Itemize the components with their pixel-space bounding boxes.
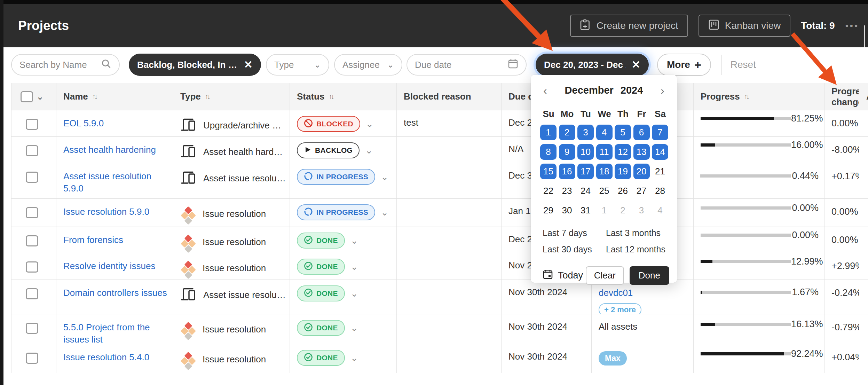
sort-icon[interactable]: ↑↓ [744, 93, 748, 101]
project-name-link[interactable]: EOL 5.9.0 [63, 118, 104, 128]
calendar-day[interactable]: 24 [577, 183, 594, 199]
row-checkbox[interactable] [26, 172, 38, 183]
done-button[interactable]: Done [630, 266, 669, 285]
row-checkbox[interactable] [26, 235, 38, 246]
today-button[interactable]: Today [543, 269, 583, 282]
project-name-link[interactable]: Resolve identity issues [63, 261, 155, 271]
project-name-link[interactable]: 5.5.0 Project from the issues list [63, 322, 150, 344]
assignee-filter-select[interactable]: Assignee ⌄ [334, 54, 402, 76]
calendar-day[interactable]: 25 [596, 183, 613, 199]
table-header-type[interactable]: Type↑↓ [173, 83, 290, 110]
status-dropdown-icon[interactable]: ⌄ [365, 142, 373, 156]
status-filter-clear-icon[interactable]: ✕ [244, 60, 253, 70]
project-name-link[interactable]: Asset health hardening [63, 144, 156, 155]
row-checkbox[interactable] [26, 288, 38, 299]
project-name-link[interactable]: Domain controllers issues [63, 288, 167, 298]
project-name-link[interactable]: From forensics [63, 235, 123, 245]
project-name-link[interactable]: Issue resolution 5.4.0 [63, 352, 149, 362]
table-header-status[interactable]: Status↑↓ [290, 83, 397, 110]
status-badge[interactable]: BACKLOG [297, 142, 360, 158]
status-badge[interactable]: DONE [297, 285, 345, 301]
status-dropdown-icon[interactable]: ⌄ [350, 233, 358, 246]
calendar-day[interactable]: 11 [596, 144, 613, 160]
calendar-day[interactable]: 23 [559, 183, 575, 199]
calendar-day[interactable]: 3 [577, 125, 594, 140]
quick-range-last-7-days[interactable]: Last 7 days [543, 228, 606, 238]
calendar-day[interactable]: 18 [596, 164, 613, 179]
calendar-day[interactable]: 1 [596, 203, 613, 218]
status-badge[interactable]: IN PROGRESS [297, 204, 375, 220]
status-badge[interactable]: BLOCKED [297, 116, 360, 132]
date-range-clear-icon[interactable]: ✕ [632, 60, 640, 70]
calendar-day[interactable]: 21 [652, 164, 668, 179]
due-date-filter-input[interactable]: Due date [407, 54, 527, 76]
chevron-down-icon[interactable]: ⌄ [37, 92, 44, 102]
calendar-day[interactable]: 8 [540, 144, 557, 160]
row-checkbox[interactable] [26, 261, 38, 273]
calendar-day[interactable]: 31 [577, 203, 594, 218]
project-name-link[interactable]: Asset issue resolution 5.9.0 [63, 171, 151, 194]
table-header-name[interactable]: Name↑↓ [56, 83, 173, 110]
status-dropdown-icon[interactable]: ⌄ [350, 259, 358, 272]
search-input[interactable]: Search by Name [11, 54, 120, 76]
calendar-day[interactable]: 2 [559, 125, 575, 140]
calendar-day[interactable]: 4 [596, 125, 613, 140]
sort-icon[interactable]: ↑↓ [329, 93, 333, 101]
project-name-link[interactable]: Issue resolution 5.9.0 [63, 206, 149, 217]
prev-month-icon[interactable]: ‹ [543, 85, 547, 96]
select-all-checkbox[interactable] [21, 91, 33, 102]
calendar-day[interactable]: 22 [540, 183, 557, 199]
calendar-day[interactable]: 13 [633, 144, 650, 160]
calendar-day[interactable]: 28 [652, 183, 668, 199]
status-dropdown-icon[interactable]: ⌄ [366, 116, 373, 129]
calendar-day[interactable]: 1 [540, 125, 557, 140]
clear-button[interactable]: Clear [586, 266, 624, 285]
more-filters-button[interactable]: More+ [657, 54, 711, 76]
status-badge[interactable]: DONE [297, 350, 345, 366]
status-badge[interactable]: DONE [297, 320, 345, 336]
quick-range-last-12-months[interactable]: Last 12 months [606, 244, 669, 254]
status-filter-chip[interactable]: Backlog, Blocked, In pro... ✕ [129, 54, 261, 76]
status-dropdown-icon[interactable]: ⌄ [350, 320, 358, 333]
type-filter-select[interactable]: Type ⌄ [266, 54, 329, 76]
row-checkbox[interactable] [26, 145, 38, 156]
status-dropdown-icon[interactable]: ⌄ [381, 204, 388, 218]
calendar-day[interactable]: 5 [615, 125, 631, 140]
calendar-day[interactable]: 7 [652, 125, 668, 140]
asset-link[interactable]: devdc01 [599, 288, 633, 298]
status-dropdown-icon[interactable]: ⌄ [350, 350, 358, 363]
calendar-day[interactable]: 10 [577, 144, 594, 160]
status-badge[interactable]: IN PROGRESS [297, 169, 375, 185]
status-dropdown-icon[interactable]: ⌄ [381, 169, 388, 182]
status-dropdown-icon[interactable]: ⌄ [350, 285, 358, 299]
reset-filters-link[interactable]: Reset [731, 59, 756, 70]
table-header-select-all[interactable]: ⌄ [11, 83, 56, 110]
row-checkbox[interactable] [26, 323, 38, 334]
calendar-day[interactable]: 12 [615, 144, 631, 160]
calendar-day[interactable]: 30 [559, 203, 575, 218]
calendar-day[interactable]: 3 [633, 203, 650, 218]
create-new-project-button[interactable]: Create new project [570, 15, 688, 37]
row-checkbox[interactable] [26, 353, 38, 364]
calendar-day[interactable]: 17 [577, 164, 594, 179]
status-badge[interactable]: DONE [297, 233, 345, 249]
date-range-chip[interactable]: Dec 20, 2023 - Dec 20, 2024 ✕ [536, 54, 649, 76]
sort-icon[interactable]: ↑↓ [92, 93, 96, 101]
calendar-day[interactable]: 20 [633, 164, 650, 179]
overflow-menu-icon[interactable]: ••• [845, 21, 859, 31]
calendar-day[interactable]: 2 [615, 203, 631, 218]
quick-range-last-3-months[interactable]: Last 3 months [606, 228, 669, 238]
calendar-day[interactable]: 16 [559, 164, 575, 179]
calendar-day[interactable]: 29 [540, 203, 557, 218]
calendar-day[interactable]: 9 [559, 144, 575, 160]
calendar-day[interactable]: 26 [615, 183, 631, 199]
next-month-icon[interactable]: › [661, 85, 664, 96]
calendar-day[interactable]: 19 [615, 164, 631, 179]
table-header-progress[interactable]: Progress↑↓ [694, 83, 824, 110]
calendar-day[interactable]: 27 [633, 183, 650, 199]
calendar-day[interactable]: 15 [540, 164, 557, 179]
calendar-day[interactable]: 4 [652, 203, 668, 218]
status-badge[interactable]: DONE [297, 259, 345, 275]
more-assets-badge[interactable]: + 2 more [599, 303, 641, 314]
calendar-day[interactable]: 6 [633, 125, 650, 140]
